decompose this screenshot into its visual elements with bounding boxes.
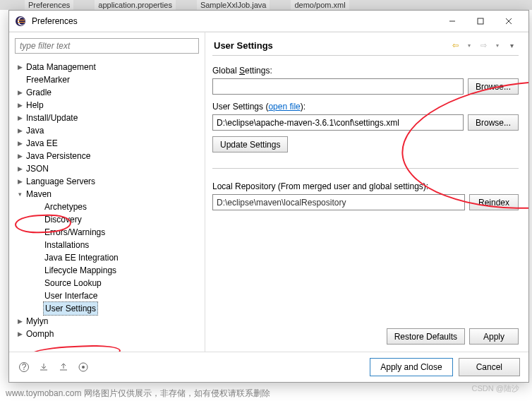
back-menu-icon[interactable]: ▾ (464, 40, 475, 51)
user-browse-button[interactable]: Browse... (468, 114, 519, 131)
tree-item-label: Source Lookup (43, 277, 103, 289)
tree-item-label: Gradle (25, 86, 53, 99)
tree-item-data-management[interactable]: ▶Data Management (13, 61, 205, 73)
tree-item-label: Errors/Warnings (43, 226, 107, 239)
tree-item-label: Mylyn (25, 315, 49, 328)
tree-item-label: Oomph (25, 328, 55, 340)
tree-item-label: Lifecycle Mappings (43, 264, 118, 277)
divider (212, 168, 519, 169)
view-menu-icon[interactable]: ▾ (506, 40, 517, 51)
caret-icon: ▶ (15, 315, 25, 328)
reindex-button[interactable]: Reindex (469, 194, 519, 210)
tree-item-label: User Settings (43, 301, 98, 316)
svg-point-2 (19, 18, 25, 25)
tree-item-java-ee[interactable]: ▶Java EE (13, 137, 205, 150)
preferences-dialog: Preferences ▶Data ManagementFreeMarker▶G… (8, 10, 529, 383)
tree-item-help[interactable]: ▶Help (13, 99, 205, 112)
filter-input[interactable] (15, 38, 199, 54)
update-settings-button[interactable]: Update Settings (212, 136, 288, 152)
tree-item-oomph[interactable]: ▶Oomph (13, 328, 205, 340)
tree-item-label: Archetypes (43, 200, 88, 213)
tree-item-label: JSON (25, 162, 50, 175)
editor-tabs-background: Preferences application.properties Sampl… (0, 0, 532, 10)
export-icon[interactable] (57, 361, 70, 373)
cancel-button[interactable]: Cancel (459, 358, 520, 376)
tree-item-lifecycle-mappings[interactable]: Lifecycle Mappings (13, 264, 205, 277)
open-file-link[interactable]: open file (268, 102, 300, 112)
tree-item-source-lookup[interactable]: Source Lookup (13, 277, 205, 289)
tree-item-freemarker[interactable]: FreeMarker (13, 73, 205, 86)
dialog-footer: ? Apply and Close Cancel (9, 352, 528, 382)
svg-rect-4 (18, 22, 25, 23)
tree-item-user-interface[interactable]: User Interface (13, 289, 205, 302)
caret-icon: ▶ (15, 175, 25, 188)
svg-text:?: ? (22, 362, 27, 372)
forward-icon[interactable]: ⇨ (478, 40, 489, 51)
tree-item-java-ee-integration[interactable]: Java EE Integration (13, 251, 205, 264)
tree-item-label: Data Management (25, 61, 97, 73)
tree-item-install-update[interactable]: ▶Install/Update (13, 112, 205, 124)
tree-item-label: Java EE (25, 137, 59, 150)
tree-item-label: User Interface (43, 289, 99, 302)
svg-rect-3 (18, 20, 25, 20)
global-settings-input[interactable] (212, 78, 464, 95)
tree-item-label: Install/Update (25, 112, 79, 124)
apply-button[interactable]: Apply (469, 328, 519, 345)
global-browse-button[interactable]: Browse... (468, 78, 519, 95)
caret-icon: ▶ (15, 112, 25, 124)
tree-item-discovery[interactable]: Discovery (13, 213, 205, 226)
caret-icon: ▶ (15, 86, 25, 99)
tree-item-language-servers[interactable]: ▶Language Servers (13, 175, 205, 188)
right-panel: User Settings ⇦ ▾ ⇨ ▾ ▾ Global Settings:… (205, 32, 528, 352)
tree-item-json[interactable]: ▶JSON (13, 162, 205, 175)
svg-point-12 (82, 366, 85, 369)
tree-item-mylyn[interactable]: ▶Mylyn (13, 315, 205, 328)
import-icon[interactable] (37, 361, 50, 373)
minimize-button[interactable] (438, 13, 466, 30)
tree-item-maven[interactable]: ▾Maven (13, 188, 205, 200)
tree-item-label: FreeMarker (25, 73, 71, 86)
tree-item-archetypes[interactable]: Archetypes (13, 200, 205, 213)
caret-icon: ▶ (15, 99, 25, 112)
background-footer: www.toymoban.com 网络图片仅供展示，非存储，如有侵权请联系删除 (0, 386, 532, 401)
dialog-title: Preferences (32, 16, 438, 26)
caret-icon: ▶ (15, 137, 25, 150)
tree-item-label: Java (25, 124, 45, 137)
left-panel: ▶Data ManagementFreeMarker▶Gradle▶Help▶I… (9, 32, 205, 352)
back-icon[interactable]: ⇦ (449, 40, 461, 51)
caret-icon: ▾ (15, 188, 25, 200)
tree-item-installations[interactable]: Installations (13, 239, 205, 251)
local-repo-label: Local Repository (From merged user and g… (212, 181, 519, 191)
tree-item-label: Installations (43, 239, 90, 251)
close-button[interactable] (495, 13, 523, 30)
tree-item-errors-warnings[interactable]: Errors/Warnings (13, 226, 205, 239)
tree-item-label: Discovery (43, 213, 83, 226)
tree-item-label: Maven (25, 188, 53, 200)
caret-icon: ▶ (15, 328, 25, 340)
caret-icon: ▶ (15, 150, 25, 162)
local-repo-input[interactable] (212, 194, 465, 210)
eclipse-icon (15, 16, 26, 27)
tree-item-label: Help (25, 99, 45, 112)
oomph-icon[interactable] (77, 361, 90, 373)
restore-defaults-button[interactable]: Restore Defaults (387, 328, 465, 345)
tree-item-user-settings[interactable]: User Settings (13, 302, 205, 315)
tree-item-label: Java Persistence (25, 150, 92, 162)
titlebar: Preferences (9, 11, 528, 32)
svg-rect-6 (478, 18, 483, 24)
maximize-button[interactable] (466, 13, 495, 30)
tree-item-java[interactable]: ▶Java (13, 124, 205, 137)
forward-menu-icon[interactable]: ▾ (492, 40, 503, 51)
apply-and-close-button[interactable]: Apply and Close (370, 358, 452, 376)
caret-icon: ▶ (15, 162, 25, 175)
user-settings-label: User Settings (open file): (212, 102, 519, 112)
tree-item-label: Java EE Integration (43, 251, 120, 264)
tree-item-gradle[interactable]: ▶Gradle (13, 86, 205, 99)
caret-icon: ▶ (15, 61, 25, 73)
global-settings-label: Global Settings: (212, 66, 519, 76)
user-settings-input[interactable] (212, 114, 464, 131)
tree-item-java-persistence[interactable]: ▶Java Persistence (13, 150, 205, 162)
caret-icon: ▶ (15, 124, 25, 137)
preferences-tree[interactable]: ▶Data ManagementFreeMarker▶Gradle▶Help▶I… (9, 59, 205, 352)
help-icon[interactable]: ? (18, 361, 30, 373)
